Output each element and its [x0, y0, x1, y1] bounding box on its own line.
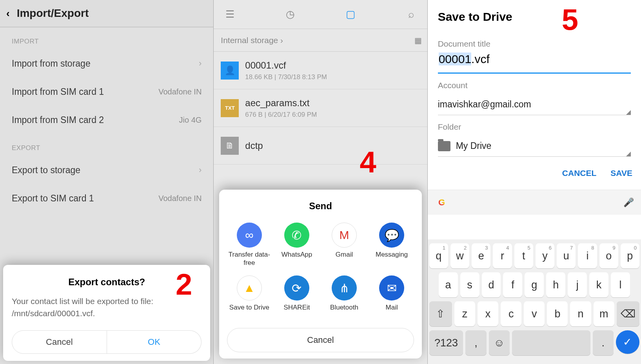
share-app[interactable]: ✆WhatsApp	[274, 223, 319, 267]
account-selector[interactable]: imavishkar@gmail.com	[438, 94, 631, 115]
cancel-button[interactable]: Cancel	[227, 328, 414, 352]
app-icon: M	[332, 223, 357, 248]
key-d[interactable]: d	[482, 272, 501, 297]
share-app[interactable]: ∞Transfer data-free	[227, 223, 271, 267]
row-label: Export to SIM card 1	[12, 193, 94, 204]
key-x[interactable]: x	[478, 301, 498, 326]
share-app[interactable]: ▲Save to Drive	[227, 275, 271, 319]
comma-key[interactable]: ,	[465, 330, 486, 355]
key-z[interactable]: z	[454, 301, 475, 326]
key-s[interactable]: s	[460, 272, 479, 297]
file-row[interactable]: 🗎dctp	[214, 127, 427, 165]
recent-icon[interactable]: ◷	[282, 8, 298, 20]
share-app[interactable]: 💬Messaging	[370, 223, 414, 267]
share-app[interactable]: ⋔Bluetooth	[322, 275, 366, 319]
folder-value: My Drive	[456, 141, 492, 151]
file-row[interactable]: 👤00001.vcf18.66 KB | 7/30/18 8:13 PM	[214, 52, 427, 89]
key-e[interactable]: e3	[472, 243, 490, 268]
key-h[interactable]: h	[546, 272, 565, 297]
top-tab-bar: ☰ ◷ ▢ ⌕	[214, 0, 427, 29]
share-app[interactable]: MGmail	[322, 223, 366, 267]
file-type-icon: 👤	[221, 62, 239, 80]
grid-view-icon[interactable]: ▦	[414, 36, 420, 45]
share-app[interactable]: ✉Mail	[370, 275, 414, 319]
app-icon: ∞	[237, 223, 262, 248]
shift-key[interactable]: ⇧	[429, 301, 452, 326]
doc-title-label: Document title	[438, 39, 631, 49]
file-row[interactable]: TXTaec_params.txt676 B | 6/20/17 6:09 PM	[214, 89, 427, 127]
row-label: Import from SIM card 2	[12, 115, 104, 125]
cancel-button[interactable]: Cancel	[12, 330, 107, 354]
file-meta: 18.66 KB | 7/30/18 8:13 PM	[245, 73, 327, 81]
symbols-key[interactable]: ?123	[429, 330, 463, 355]
file-type-icon: TXT	[221, 99, 239, 117]
key-l[interactable]: l	[611, 272, 630, 297]
panel-import-export: ‹ Import/Export IMPORT Import from stora…	[0, 0, 214, 364]
period-key[interactable]: .	[593, 330, 614, 355]
app-label: Mail	[386, 304, 398, 319]
app-icon: ✆	[284, 223, 309, 248]
export-contacts-dialog: Export contacts? Your contact list will …	[3, 265, 210, 361]
row-export-storage[interactable]: Export to storage ›	[0, 156, 213, 184]
file-name: dctp	[245, 140, 263, 151]
account-label: Account	[438, 81, 631, 90]
key-t[interactable]: t5	[514, 243, 533, 268]
page-title: Save to Drive	[428, 0, 641, 32]
key-y[interactable]: y6	[536, 243, 554, 268]
backspace-key[interactable]: ⌫	[617, 301, 639, 326]
sheet-title: Send	[227, 201, 414, 212]
app-label: Messaging	[376, 251, 408, 266]
key-w[interactable]: w2	[450, 243, 469, 268]
share-sheet: Send ∞Transfer data-free✆WhatsAppMGmail💬…	[219, 190, 421, 359]
breadcrumb[interactable]: Internal storage ›	[221, 36, 283, 45]
ok-button[interactable]: OK	[107, 330, 202, 354]
mic-icon[interactable]: 🎤	[623, 197, 634, 208]
share-app[interactable]: ⟳SHAREit	[274, 275, 319, 319]
key-c[interactable]: c	[501, 301, 521, 326]
key-i[interactable]: i8	[578, 243, 597, 268]
key-r[interactable]: r4	[493, 243, 512, 268]
key-o[interactable]: o9	[599, 243, 618, 268]
key-u[interactable]: u7	[557, 243, 576, 268]
row-import-storage[interactable]: Import from storage ›	[0, 49, 213, 78]
app-icon: ⟳	[284, 275, 309, 301]
search-icon[interactable]: ⌕	[403, 8, 419, 20]
app-icon: ▲	[237, 275, 262, 301]
app-label: Bluetooth	[330, 304, 358, 319]
key-a[interactable]: a	[439, 272, 458, 297]
row-label: Export to storage	[12, 165, 80, 176]
chevron-right-icon: ›	[199, 165, 202, 175]
dialog-title: Export contacts?	[12, 277, 202, 288]
row-label: Import from storage	[12, 58, 91, 69]
folder-tab-icon[interactable]: ▢	[343, 8, 359, 20]
key-n[interactable]: n	[570, 301, 591, 326]
row-import-sim2[interactable]: Import from SIM card 2 Jio 4G	[0, 106, 213, 134]
key-j[interactable]: j	[568, 272, 587, 297]
row-import-sim1[interactable]: Import from SIM card 1 Vodafone IN	[0, 78, 213, 106]
key-p[interactable]: p0	[621, 243, 639, 268]
row-export-sim1[interactable]: Export to SIM card 1 Vodafone IN	[0, 184, 213, 212]
key-b[interactable]: b	[547, 301, 568, 326]
hamburger-icon[interactable]: ☰	[222, 8, 238, 20]
row-value: Vodafone IN	[158, 87, 202, 96]
save-button[interactable]: SAVE	[610, 168, 632, 178]
folder-label: Folder	[438, 122, 631, 132]
cancel-button[interactable]: CANCEL	[562, 168, 597, 178]
account-value: imavishkar@gmail.com	[438, 99, 531, 110]
google-icon[interactable]: G	[435, 196, 449, 210]
done-key[interactable]: ✓	[616, 330, 639, 354]
key-m[interactable]: m	[594, 301, 614, 326]
key-g[interactable]: g	[525, 272, 544, 297]
doc-title-input[interactable]: 00001.vcf	[438, 53, 631, 74]
folder-selector[interactable]: My Drive	[438, 136, 631, 157]
emoji-key[interactable]: ☺	[489, 330, 510, 355]
key-f[interactable]: f	[503, 272, 522, 297]
app-label: Transfer data-free	[227, 251, 271, 267]
app-icon: ⋔	[332, 275, 357, 301]
key-k[interactable]: k	[589, 272, 608, 297]
back-icon[interactable]: ‹	[6, 7, 10, 20]
key-v[interactable]: v	[524, 301, 545, 326]
key-q[interactable]: q1	[429, 243, 448, 268]
space-key[interactable]	[512, 330, 590, 355]
file-name: aec_params.txt	[245, 98, 317, 109]
